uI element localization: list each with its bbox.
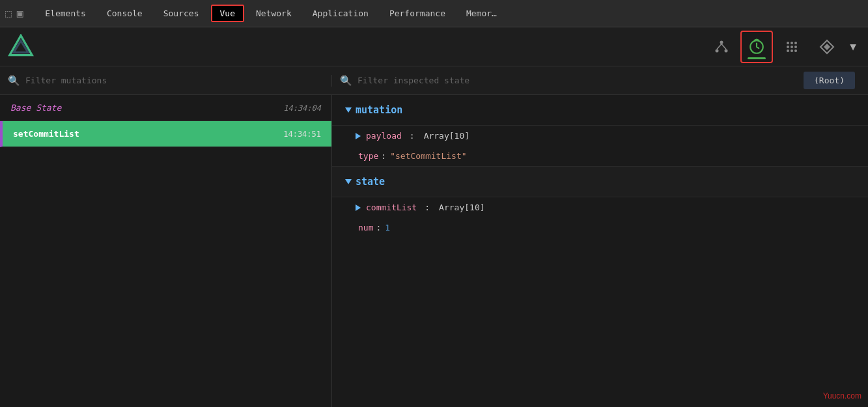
filter-mutations-area: 🔍 [0,75,332,87]
tab-performance[interactable]: Performance [380,5,455,22]
svg-point-8 [787,42,789,44]
performance-button[interactable] [776,31,808,63]
mutation-base-state[interactable]: Base State 14:34:04 [0,95,331,121]
dots-grid-icon [784,39,800,55]
mutation-section-header: mutation [332,95,868,126]
mutations-panel: Base State 14:34:04 setCommitList 14:34:… [0,95,332,407]
mutation-time: 14:34:51 [283,130,321,139]
toolbar-right: ▼ [705,31,860,63]
type-key: type [358,151,378,161]
route-icon [819,39,835,55]
timeline-button[interactable] [740,31,773,63]
commit-list-colon: : [425,203,430,212]
type-value: "setCommitList" [390,151,466,161]
payload-expand-icon[interactable] [356,133,361,139]
svg-point-16 [794,49,797,52]
svg-point-9 [791,42,793,44]
root-selector[interactable]: (Root) [804,72,855,89]
search-state-icon: 🔍 [340,75,352,87]
mutation-set-commit-list[interactable]: setCommitList 14:34:51 [0,121,331,147]
svg-point-11 [787,46,789,48]
payload-row[interactable]: payload : Array[10] [332,126,868,146]
num-key: num [358,223,373,232]
filter-state-input[interactable] [357,76,798,85]
toolbar-left [8,34,34,60]
router-button[interactable] [811,31,843,63]
devtools-icons: ⬚ ▣ [5,7,23,20]
more-button[interactable]: ▼ [846,38,860,55]
tab-vue[interactable]: Vue [211,5,244,22]
state-section-header: state [332,167,868,197]
payload-colon: : [410,131,415,141]
mutation-collapse-toggle[interactable] [345,107,352,113]
state-section-title: state [356,176,385,188]
svg-point-4 [725,49,728,52]
svg-marker-18 [824,44,830,50]
svg-line-5 [717,44,721,49]
commit-list-row[interactable]: commitList : Array[10] [332,197,868,218]
timeline-active-indicator [748,57,766,59]
commit-list-value: Array[10] [439,203,484,212]
tab-memory[interactable]: Memor… [457,5,506,22]
tab-sources[interactable]: Sources [154,5,208,22]
vue-toolbar: ▼ [0,27,868,66]
type-colon: : [381,151,386,161]
commit-list-key: commitList [366,203,417,212]
state-section: state commitList : Array[10] num : 1 [332,166,868,238]
cursor-icon[interactable]: ⬚ [5,7,12,20]
main-content: Base State 14:34:04 setCommitList 14:34:… [0,95,868,407]
timeline-icon [748,38,765,55]
watermark: Yuucn.com [823,391,861,400]
base-state-time: 14:34:04 [283,104,321,113]
num-value: 1 [385,223,390,232]
tab-network[interactable]: Network [247,5,301,22]
state-collapse-toggle[interactable] [345,179,352,184]
filter-bar: 🔍 🔍 (Root) [0,66,868,95]
filter-state-area: 🔍 (Root) [332,72,868,89]
component-icon [714,39,729,55]
payload-key: payload [366,131,402,141]
svg-point-10 [794,42,797,44]
svg-line-6 [721,44,726,49]
payload-value: Array[10] [424,131,469,141]
num-row: num : 1 [332,218,868,238]
tab-bar: ⬚ ▣ Elements Console Sources Vue Network… [0,0,868,27]
tab-elements[interactable]: Elements [36,5,95,22]
svg-point-13 [794,46,797,48]
svg-point-3 [716,49,719,52]
commit-list-expand-icon[interactable] [356,204,361,211]
svg-point-14 [787,49,789,52]
tab-console[interactable]: Console [98,5,152,22]
search-mutations-icon: 🔍 [8,75,20,87]
base-state-label: Base State [10,103,61,113]
state-panel: mutation payload : Array[10] type : "set… [332,95,868,407]
component-graph-button[interactable] [705,31,738,63]
inspect-icon[interactable]: ▣ [17,7,23,20]
filter-mutations-input[interactable] [25,76,324,85]
svg-point-15 [791,49,793,52]
svg-point-2 [720,40,723,44]
type-row: type : "setCommitList" [332,146,868,166]
svg-point-12 [791,46,793,48]
num-colon: : [376,223,381,232]
tab-application[interactable]: Application [303,5,378,22]
mutation-section-title: mutation [356,104,402,116]
mutation-name: setCommitList [13,129,79,139]
vue-logo [8,34,34,60]
